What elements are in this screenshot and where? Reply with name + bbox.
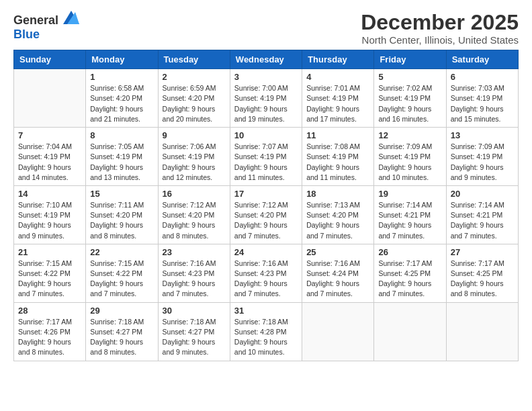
day-number: 4 bbox=[306, 72, 369, 82]
day-info: Sunrise: 7:12 AM Sunset: 4:20 PM Dayligh… bbox=[234, 200, 298, 241]
calendar-cell: 19Sunrise: 7:14 AM Sunset: 4:21 PM Dayli… bbox=[374, 185, 446, 244]
day-info: Sunrise: 7:12 AM Sunset: 4:20 PM Dayligh… bbox=[163, 200, 226, 241]
calendar-cell bbox=[302, 302, 374, 361]
weekday-header-tuesday: Tuesday bbox=[158, 50, 230, 69]
day-info: Sunrise: 7:04 AM Sunset: 4:19 PM Dayligh… bbox=[18, 142, 81, 183]
calendar-cell: 5Sunrise: 7:02 AM Sunset: 4:19 PM Daylig… bbox=[374, 69, 446, 128]
calendar-cell bbox=[446, 302, 518, 361]
calendar-cell: 12Sunrise: 7:09 AM Sunset: 4:19 PM Dayli… bbox=[374, 128, 446, 186]
calendar-cell: 27Sunrise: 7:17 AM Sunset: 4:25 PM Dayli… bbox=[446, 244, 518, 302]
calendar-cell: 10Sunrise: 7:07 AM Sunset: 4:19 PM Dayli… bbox=[230, 128, 302, 186]
day-number: 22 bbox=[90, 247, 153, 257]
day-info: Sunrise: 7:11 AM Sunset: 4:20 PM Dayligh… bbox=[90, 200, 153, 241]
day-number: 9 bbox=[163, 130, 226, 140]
day-info: Sunrise: 7:18 AM Sunset: 4:27 PM Dayligh… bbox=[163, 317, 226, 358]
weekday-header-monday: Monday bbox=[86, 50, 158, 69]
day-number: 2 bbox=[163, 72, 226, 82]
day-info: Sunrise: 6:58 AM Sunset: 4:20 PM Dayligh… bbox=[90, 83, 153, 124]
day-number: 8 bbox=[90, 130, 153, 140]
calendar-cell: 15Sunrise: 7:11 AM Sunset: 4:20 PM Dayli… bbox=[86, 185, 158, 244]
day-info: Sunrise: 7:10 AM Sunset: 4:19 PM Dayligh… bbox=[18, 200, 81, 241]
day-info: Sunrise: 7:18 AM Sunset: 4:28 PM Dayligh… bbox=[234, 317, 298, 358]
day-number: 23 bbox=[163, 247, 226, 257]
week-row-3: 21Sunrise: 7:15 AM Sunset: 4:22 PM Dayli… bbox=[14, 244, 519, 302]
day-info: Sunrise: 7:16 AM Sunset: 4:23 PM Dayligh… bbox=[234, 259, 298, 300]
day-info: Sunrise: 7:03 AM Sunset: 4:19 PM Dayligh… bbox=[451, 83, 514, 124]
day-number: 25 bbox=[306, 247, 369, 257]
week-row-4: 28Sunrise: 7:17 AM Sunset: 4:26 PM Dayli… bbox=[14, 302, 519, 361]
calendar-cell: 18Sunrise: 7:13 AM Sunset: 4:20 PM Dayli… bbox=[302, 185, 374, 244]
calendar-cell: 3Sunrise: 7:00 AM Sunset: 4:19 PM Daylig… bbox=[230, 69, 302, 128]
calendar-cell: 13Sunrise: 7:09 AM Sunset: 4:19 PM Dayli… bbox=[446, 128, 518, 186]
calendar-cell: 20Sunrise: 7:14 AM Sunset: 4:21 PM Dayli… bbox=[446, 185, 518, 244]
calendar-cell: 16Sunrise: 7:12 AM Sunset: 4:20 PM Dayli… bbox=[158, 185, 230, 244]
day-info: Sunrise: 7:14 AM Sunset: 4:21 PM Dayligh… bbox=[451, 200, 514, 241]
calendar-cell: 8Sunrise: 7:05 AM Sunset: 4:19 PM Daylig… bbox=[86, 128, 158, 186]
page-header: General Blue December 2025 North Center,… bbox=[13, 11, 519, 46]
title-section: December 2025 North Center, Illinois, Un… bbox=[361, 11, 519, 46]
calendar-cell: 29Sunrise: 7:18 AM Sunset: 4:27 PM Dayli… bbox=[86, 302, 158, 361]
day-info: Sunrise: 7:13 AM Sunset: 4:20 PM Dayligh… bbox=[306, 200, 369, 241]
day-info: Sunrise: 7:01 AM Sunset: 4:19 PM Dayligh… bbox=[306, 83, 369, 124]
day-number: 24 bbox=[234, 247, 298, 257]
day-number: 20 bbox=[451, 189, 514, 199]
day-info: Sunrise: 7:06 AM Sunset: 4:19 PM Dayligh… bbox=[163, 142, 226, 183]
day-info: Sunrise: 7:17 AM Sunset: 4:26 PM Dayligh… bbox=[18, 317, 81, 358]
calendar-cell: 31Sunrise: 7:18 AM Sunset: 4:28 PM Dayli… bbox=[230, 302, 302, 361]
week-row-1: 7Sunrise: 7:04 AM Sunset: 4:19 PM Daylig… bbox=[14, 128, 519, 186]
day-number: 6 bbox=[451, 72, 514, 82]
day-number: 31 bbox=[234, 306, 298, 316]
week-row-2: 14Sunrise: 7:10 AM Sunset: 4:19 PM Dayli… bbox=[14, 185, 519, 244]
day-info: Sunrise: 7:14 AM Sunset: 4:21 PM Dayligh… bbox=[378, 200, 441, 241]
calendar-cell bbox=[14, 69, 86, 128]
weekday-header-saturday: Saturday bbox=[446, 50, 518, 69]
day-number: 15 bbox=[90, 189, 153, 199]
logo-icon bbox=[63, 11, 79, 24]
day-info: Sunrise: 7:07 AM Sunset: 4:19 PM Dayligh… bbox=[234, 142, 298, 183]
day-number: 26 bbox=[378, 247, 441, 257]
day-number: 12 bbox=[378, 130, 441, 140]
calendar-cell: 1Sunrise: 6:58 AM Sunset: 4:20 PM Daylig… bbox=[86, 69, 158, 128]
day-number: 29 bbox=[90, 306, 153, 316]
day-number: 21 bbox=[18, 247, 81, 257]
calendar-cell: 24Sunrise: 7:16 AM Sunset: 4:23 PM Dayli… bbox=[230, 244, 302, 302]
day-number: 30 bbox=[163, 306, 226, 316]
day-number: 13 bbox=[451, 130, 514, 140]
day-info: Sunrise: 7:16 AM Sunset: 4:24 PM Dayligh… bbox=[306, 259, 369, 300]
calendar-cell bbox=[374, 302, 446, 361]
week-row-0: 1Sunrise: 6:58 AM Sunset: 4:20 PM Daylig… bbox=[14, 69, 519, 128]
calendar-cell: 28Sunrise: 7:17 AM Sunset: 4:26 PM Dayli… bbox=[14, 302, 86, 361]
day-number: 5 bbox=[378, 72, 441, 82]
weekday-header-row: SundayMondayTuesdayWednesdayThursdayFrid… bbox=[14, 50, 519, 69]
day-info: Sunrise: 7:08 AM Sunset: 4:19 PM Dayligh… bbox=[306, 142, 369, 183]
day-info: Sunrise: 7:05 AM Sunset: 4:19 PM Dayligh… bbox=[90, 142, 153, 183]
weekday-header-thursday: Thursday bbox=[302, 50, 374, 69]
day-number: 28 bbox=[18, 306, 81, 316]
logo: General Blue bbox=[13, 13, 79, 42]
calendar-table: SundayMondayTuesdayWednesdayThursdayFrid… bbox=[13, 50, 519, 361]
logo-blue: Blue bbox=[13, 28, 40, 41]
calendar-title: December 2025 bbox=[361, 11, 519, 34]
calendar-cell: 6Sunrise: 7:03 AM Sunset: 4:19 PM Daylig… bbox=[446, 69, 518, 128]
day-info: Sunrise: 7:16 AM Sunset: 4:23 PM Dayligh… bbox=[163, 259, 226, 300]
day-number: 27 bbox=[451, 247, 514, 257]
calendar-cell: 17Sunrise: 7:12 AM Sunset: 4:20 PM Dayli… bbox=[230, 185, 302, 244]
day-number: 3 bbox=[234, 72, 298, 82]
calendar-cell: 7Sunrise: 7:04 AM Sunset: 4:19 PM Daylig… bbox=[14, 128, 86, 186]
day-number: 16 bbox=[163, 189, 226, 199]
day-number: 19 bbox=[378, 189, 441, 199]
day-number: 14 bbox=[18, 189, 81, 199]
day-number: 17 bbox=[234, 189, 298, 199]
day-info: Sunrise: 7:09 AM Sunset: 4:19 PM Dayligh… bbox=[451, 142, 514, 183]
calendar-cell: 4Sunrise: 7:01 AM Sunset: 4:19 PM Daylig… bbox=[302, 69, 374, 128]
calendar-cell: 2Sunrise: 6:59 AM Sunset: 4:20 PM Daylig… bbox=[158, 69, 230, 128]
calendar-cell: 23Sunrise: 7:16 AM Sunset: 4:23 PM Dayli… bbox=[158, 244, 230, 302]
day-number: 1 bbox=[90, 72, 153, 82]
calendar-cell: 25Sunrise: 7:16 AM Sunset: 4:24 PM Dayli… bbox=[302, 244, 374, 302]
day-info: Sunrise: 7:15 AM Sunset: 4:22 PM Dayligh… bbox=[90, 259, 153, 300]
day-info: Sunrise: 7:09 AM Sunset: 4:19 PM Dayligh… bbox=[378, 142, 441, 183]
calendar-cell: 22Sunrise: 7:15 AM Sunset: 4:22 PM Dayli… bbox=[86, 244, 158, 302]
day-number: 18 bbox=[306, 189, 369, 199]
day-info: Sunrise: 7:18 AM Sunset: 4:27 PM Dayligh… bbox=[90, 317, 153, 358]
day-info: Sunrise: 7:17 AM Sunset: 4:25 PM Dayligh… bbox=[378, 259, 441, 300]
